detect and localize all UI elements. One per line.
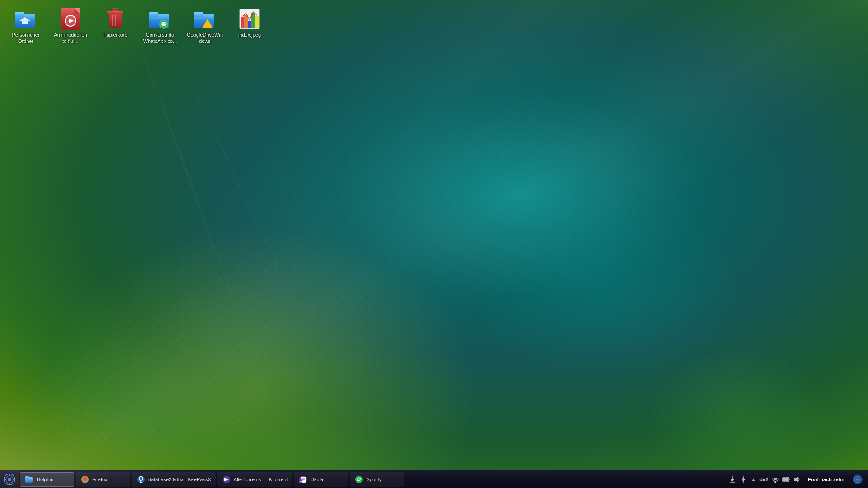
kde-corner-icon[interactable] <box>851 470 864 488</box>
svg-rect-64 <box>783 478 788 481</box>
spotify-window-label: Spotify <box>366 477 382 482</box>
desktop-icon-conversa[interactable]: 💬 Conversa do WhatsApp co... <box>140 5 180 47</box>
gdrive-label: GoogleDriveWindows <box>185 32 224 45</box>
svg-rect-21 <box>194 12 203 17</box>
home-folder-label: Persönlicher Ordner <box>7 32 44 45</box>
kde-menu-button[interactable] <box>0 470 19 488</box>
svg-point-33 <box>8 478 11 481</box>
svg-rect-4 <box>22 21 28 24</box>
conversa-label: Conversa do WhatsApp co... <box>142 32 179 45</box>
svg-point-62 <box>775 482 776 483</box>
desktop-icon-image[interactable]: index.jpeg <box>229 5 270 47</box>
dolphin-window-label: Dolphin <box>37 477 53 482</box>
clock-time: Fünf nach zehn <box>808 477 844 482</box>
taskbar-window-spotify[interactable]: Spotify <box>350 472 404 487</box>
svg-rect-28 <box>248 21 251 28</box>
svg-point-54 <box>299 479 302 483</box>
desktop-icon-trash[interactable]: Papierkorb <box>95 5 136 47</box>
taskbar-window-okular[interactable]: Okular <box>294 472 348 487</box>
svg-point-57 <box>355 476 363 483</box>
taskbar-window-keepassx[interactable]: database2.kdbx - KeePassX <box>132 472 216 487</box>
taskbar-window-dolphin[interactable]: Dolphin <box>20 472 74 487</box>
okular-window-label: Okular <box>310 477 325 482</box>
clock-area[interactable]: Fünf nach zehn <box>803 477 849 482</box>
home-folder-icon <box>15 8 37 30</box>
svg-rect-10 <box>113 8 118 11</box>
svg-rect-1 <box>15 12 24 17</box>
tray-expand-button[interactable]: ▲ <box>750 476 757 483</box>
svg-rect-65 <box>789 479 790 480</box>
spotify-taskbar-icon <box>354 475 363 484</box>
language-indicator[interactable]: de2 <box>759 477 769 482</box>
svg-marker-59 <box>731 479 734 482</box>
keepass-taskbar-icon <box>137 475 146 484</box>
svg-point-69 <box>856 478 859 481</box>
svg-rect-11 <box>107 11 123 14</box>
firefox-taskbar-icon <box>80 475 90 484</box>
svg-rect-17 <box>149 12 158 17</box>
trash-label: Papierkorb <box>103 32 127 38</box>
svg-rect-39 <box>25 476 29 479</box>
svg-point-45 <box>141 480 142 482</box>
ktorrent-window-label: Alle Torrents — KTorrent <box>234 477 288 482</box>
pdf-file-label: An introduction to flui... <box>52 32 89 45</box>
battery-tray-icon[interactable] <box>782 475 791 484</box>
keepass-window-label: database2.kdbx - KeePassX <box>148 477 211 482</box>
trash-icon <box>104 8 126 30</box>
gdrive-folder-icon <box>194 8 216 30</box>
taskbar-window-firefox[interactable]: Firefox <box>76 472 130 487</box>
desktop-icon-gdrive[interactable]: GoogleDriveWindows <box>184 5 225 47</box>
dolphin-taskbar-icon <box>25 475 34 484</box>
desktop-icons-area: Persönlicher Ordner <box>0 0 275 53</box>
image-file-icon <box>239 8 260 30</box>
desktop: Persönlicher Ordner <box>0 0 868 488</box>
bluetooth-tray-icon[interactable] <box>739 475 748 484</box>
pdf-file-icon <box>60 8 81 30</box>
system-tray: ▲ de2 <box>728 470 868 488</box>
volume-tray-icon[interactable] <box>793 475 802 484</box>
desktop-icon-home[interactable]: Persönlicher Ordner <box>5 5 46 47</box>
svg-rect-27 <box>244 15 248 28</box>
ktorrent-taskbar-icon <box>222 475 231 484</box>
svg-marker-66 <box>794 477 798 482</box>
wifi-tray-icon[interactable] <box>771 475 780 484</box>
conversa-folder-icon: 💬 <box>149 8 171 30</box>
download-tray-icon[interactable] <box>728 475 737 484</box>
kde-logo-icon <box>4 474 15 485</box>
taskbar-window-ktorrent[interactable]: Alle Torrents — KTorrent <box>217 472 292 487</box>
svg-text:💬: 💬 <box>160 21 167 28</box>
svg-rect-30 <box>255 16 259 28</box>
firefox-window-label: Firefox <box>92 477 108 482</box>
desktop-icon-pdf[interactable]: An introduction to flui... <box>50 5 91 47</box>
taskbar: Dolphin Firefox <box>0 470 868 488</box>
svg-rect-26 <box>241 17 244 28</box>
okular-taskbar-icon <box>298 475 307 484</box>
image-file-label: index.jpeg <box>238 32 261 38</box>
